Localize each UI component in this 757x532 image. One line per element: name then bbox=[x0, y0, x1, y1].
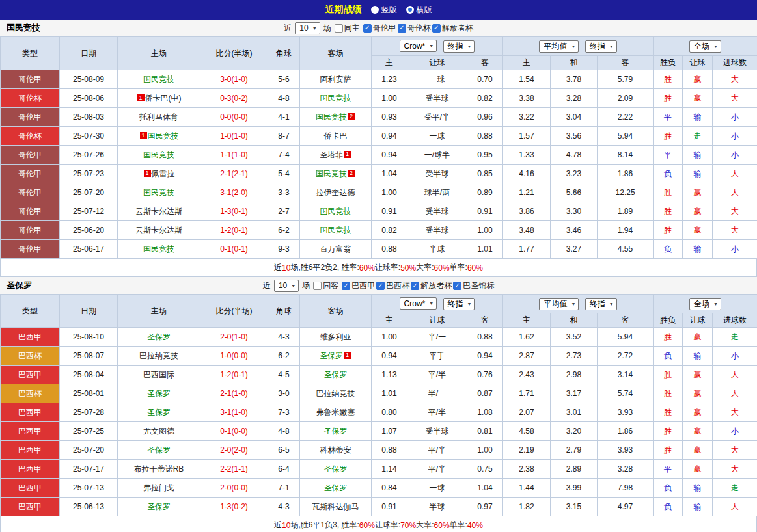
home-team-cell[interactable]: 云斯卡尔达斯 bbox=[118, 202, 200, 221]
team-link[interactable]: 圣保罗 bbox=[147, 332, 171, 341]
home-team-cell[interactable]: 国民竞技 bbox=[118, 240, 200, 259]
home-team-cell[interactable]: 尤文图德 bbox=[118, 422, 200, 441]
team-link[interactable]: 国民竞技 bbox=[320, 207, 351, 216]
team-link[interactable]: 侨卡巴 bbox=[324, 131, 348, 140]
euro-average-select[interactable]: 平均值▼ bbox=[539, 298, 579, 310]
layout-radio-horizontal[interactable]: 横版 bbox=[406, 5, 432, 16]
team-link[interactable]: 圣保罗 bbox=[324, 427, 348, 436]
home-team-cell[interactable]: 巴拉纳竞技 bbox=[118, 347, 200, 366]
team-link[interactable]: 尤文图德 bbox=[143, 427, 174, 436]
match-count-select[interactable]: 10 ▼ bbox=[274, 280, 299, 292]
team-link[interactable]: 国民竞技 bbox=[316, 169, 347, 178]
competition-checkbox[interactable]: 巴圣锦标 bbox=[453, 280, 494, 291]
team-link[interactable]: 国民竞技 bbox=[143, 150, 174, 159]
home-team-cell[interactable]: 圣保罗 bbox=[118, 384, 200, 403]
team-link[interactable]: 维多利亚 bbox=[320, 332, 351, 341]
away-team-cell[interactable]: 巴拉纳竞技 bbox=[300, 384, 372, 403]
home-team-cell[interactable]: 圣保罗 bbox=[118, 328, 200, 347]
competition-checkbox[interactable]: 解放者杯 bbox=[432, 23, 473, 34]
team-link[interactable]: 巴拉纳竞技 bbox=[316, 389, 355, 398]
competition-checkbox[interactable]: 巴西甲 bbox=[342, 280, 375, 291]
away-team-cell[interactable]: 圣保罗 bbox=[300, 460, 372, 479]
competition-checkbox[interactable]: 解放者杯 bbox=[411, 280, 452, 291]
home-team-cell[interactable]: 弗拉门戈 bbox=[118, 479, 200, 498]
away-team-cell[interactable]: 圣保罗 bbox=[300, 422, 372, 441]
team-link[interactable]: 云斯卡尔达斯 bbox=[135, 226, 182, 235]
away-team-cell[interactable]: 百万富翁 bbox=[300, 240, 372, 259]
bookmaker-select[interactable]: Crow*▼ bbox=[400, 297, 437, 310]
home-team-cell[interactable]: 圣保罗 bbox=[118, 403, 200, 422]
euro-final-index-select[interactable]: 终指▼ bbox=[585, 298, 617, 310]
team-link[interactable]: 圣保罗 bbox=[147, 389, 171, 398]
competition-checkbox[interactable]: 哥伦甲 bbox=[363, 23, 396, 34]
team-link[interactable]: 圣保罗 bbox=[324, 370, 348, 379]
team-link[interactable]: 圣保罗 bbox=[324, 483, 348, 492]
team-link[interactable]: 瓦斯科达伽马 bbox=[312, 502, 359, 511]
home-team-cell[interactable]: 布拉干蒂诺RB bbox=[118, 460, 200, 479]
away-team-cell[interactable]: 瓦斯科达伽马 bbox=[300, 498, 372, 516]
team-link[interactable]: 国民竞技 bbox=[143, 75, 174, 84]
team-link[interactable]: 侨卡巴(中) bbox=[145, 94, 182, 103]
asian-final-index-select[interactable]: 终指▼ bbox=[443, 40, 475, 53]
scope-select[interactable]: 全场▼ bbox=[689, 298, 721, 310]
away-team-cell[interactable]: 国民竞技2 bbox=[300, 165, 372, 183]
bookmaker-select[interactable]: Crow*▼ bbox=[400, 40, 437, 52]
team-link[interactable]: 拉伊奎达德 bbox=[316, 188, 355, 197]
team-link[interactable]: 圣保罗 bbox=[324, 464, 348, 473]
home-team-cell[interactable]: 圣保罗 bbox=[118, 498, 200, 516]
scope-select[interactable]: 全场▼ bbox=[689, 40, 721, 53]
home-team-cell[interactable]: 巴西国际 bbox=[118, 366, 200, 384]
team-link[interactable]: 弗鲁米嫩塞 bbox=[316, 408, 355, 417]
away-team-cell[interactable]: 圣保罗 bbox=[300, 366, 372, 384]
team-link[interactable]: 国民竞技 bbox=[320, 94, 351, 103]
away-team-cell[interactable]: 弗鲁米嫩塞 bbox=[300, 403, 372, 422]
away-team-cell[interactable]: 国民竞技 bbox=[300, 89, 372, 108]
team-link[interactable]: 科林蒂安 bbox=[320, 446, 351, 455]
team-link[interactable]: 阿利安萨 bbox=[320, 75, 351, 84]
team-link[interactable]: 国民竞技 bbox=[320, 226, 351, 235]
team-link[interactable]: 圣保罗 bbox=[147, 446, 171, 455]
away-team-cell[interactable]: 圣保罗 bbox=[300, 479, 372, 498]
team-link[interactable]: 布拉干蒂诺RB bbox=[134, 464, 184, 473]
competition-checkbox[interactable]: 巴西杯 bbox=[376, 280, 409, 291]
home-team-cell[interactable]: 托利马体育 bbox=[118, 108, 200, 127]
asian-final-index-select[interactable]: 终指▼ bbox=[443, 298, 475, 310]
layout-radio-vertical[interactable]: 竖版 bbox=[371, 5, 397, 16]
team-link[interactable]: 国民竞技 bbox=[316, 113, 347, 122]
competition-checkbox[interactable]: 哥伦杯 bbox=[398, 23, 431, 34]
team-link[interactable]: 圣塔菲 bbox=[320, 150, 343, 159]
away-team-cell[interactable]: 圣塔菲1 bbox=[300, 146, 372, 165]
euro-average-select[interactable]: 平均值▼ bbox=[539, 40, 579, 53]
home-team-cell[interactable]: 国民竞技 bbox=[118, 70, 200, 89]
home-team-cell[interactable]: 圣保罗 bbox=[118, 441, 200, 460]
home-team-cell[interactable]: 国民竞技 bbox=[118, 146, 200, 165]
same-venue-checkbox[interactable]: 同主 bbox=[335, 23, 360, 34]
team-link[interactable]: 圣保罗 bbox=[147, 408, 171, 417]
away-team-cell[interactable]: 侨卡巴 bbox=[300, 127, 372, 146]
away-team-cell[interactable]: 圣保罗1 bbox=[300, 347, 372, 366]
home-team-cell[interactable]: 1国民竞技 bbox=[118, 127, 200, 146]
team-link[interactable]: 国民竞技 bbox=[143, 245, 174, 254]
team-link[interactable]: 国民竞技 bbox=[143, 188, 174, 197]
team-link[interactable]: 圣保罗 bbox=[147, 502, 171, 511]
euro-final-index-select[interactable]: 终指▼ bbox=[585, 40, 617, 53]
team-link[interactable]: 圣保罗 bbox=[320, 351, 343, 360]
away-team-cell[interactable]: 国民竞技 bbox=[300, 202, 372, 221]
home-team-cell[interactable]: 云斯卡尔达斯 bbox=[118, 221, 200, 240]
away-team-cell[interactable]: 阿利安萨 bbox=[300, 70, 372, 89]
team-link[interactable]: 佩雷拉 bbox=[152, 169, 175, 178]
same-venue-checkbox[interactable]: 同客 bbox=[313, 280, 338, 291]
away-team-cell[interactable]: 国民竞技2 bbox=[300, 108, 372, 127]
team-link[interactable]: 国民竞技 bbox=[148, 131, 179, 140]
match-count-select[interactable]: 10 ▼ bbox=[295, 22, 320, 34]
away-team-cell[interactable]: 维多利亚 bbox=[300, 328, 372, 347]
team-link[interactable]: 百万富翁 bbox=[320, 245, 351, 254]
team-link[interactable]: 巴拉纳竞技 bbox=[139, 351, 178, 360]
away-team-cell[interactable]: 拉伊奎达德 bbox=[300, 183, 372, 202]
away-team-cell[interactable]: 国民竞技 bbox=[300, 221, 372, 240]
home-team-cell[interactable]: 1侨卡巴(中) bbox=[118, 89, 200, 108]
home-team-cell[interactable]: 1佩雷拉 bbox=[118, 165, 200, 183]
team-link[interactable]: 云斯卡尔达斯 bbox=[135, 207, 182, 216]
away-team-cell[interactable]: 科林蒂安 bbox=[300, 441, 372, 460]
team-link[interactable]: 巴西国际 bbox=[143, 370, 174, 379]
